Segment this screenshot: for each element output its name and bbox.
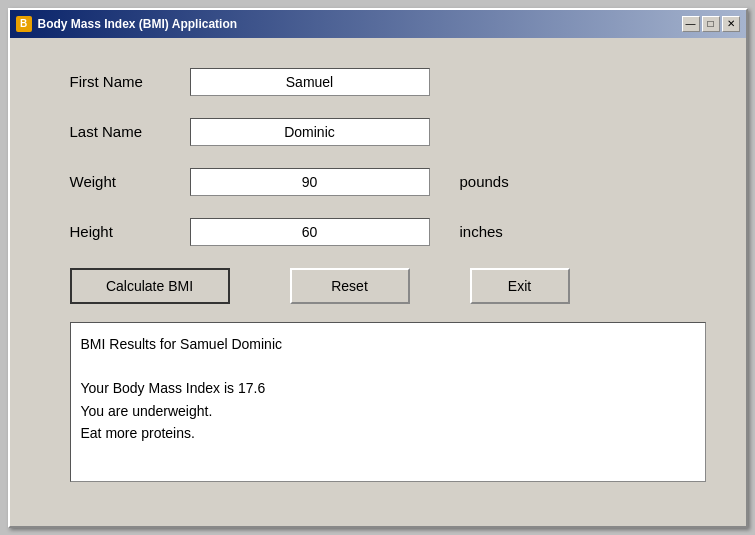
- reset-button[interactable]: Reset: [290, 268, 410, 304]
- window-controls: — □ ✕: [682, 16, 740, 32]
- results-area-wrapper: [70, 322, 706, 506]
- first-name-input[interactable]: [190, 68, 430, 96]
- weight-label: Weight: [70, 173, 190, 190]
- last-name-row: Last Name: [70, 118, 706, 146]
- close-button[interactable]: ✕: [722, 16, 740, 32]
- exit-button[interactable]: Exit: [470, 268, 570, 304]
- main-window: B Body Mass Index (BMI) Application — □ …: [8, 8, 748, 528]
- weight-input[interactable]: [190, 168, 430, 196]
- first-name-label: First Name: [70, 73, 190, 90]
- weight-unit: pounds: [460, 173, 509, 190]
- results-textarea[interactable]: [70, 322, 706, 482]
- window-content: First Name Last Name Weight pounds Heigh…: [10, 38, 746, 526]
- title-bar-left: B Body Mass Index (BMI) Application: [16, 16, 238, 32]
- maximize-button[interactable]: □: [702, 16, 720, 32]
- window-title: Body Mass Index (BMI) Application: [38, 17, 238, 31]
- calculate-bmi-button[interactable]: Calculate BMI: [70, 268, 230, 304]
- height-label: Height: [70, 223, 190, 240]
- height-input[interactable]: [190, 218, 430, 246]
- weight-row: Weight pounds: [70, 168, 706, 196]
- first-name-row: First Name: [70, 68, 706, 96]
- last-name-label: Last Name: [70, 123, 190, 140]
- height-row: Height inches: [70, 218, 706, 246]
- height-unit: inches: [460, 223, 503, 240]
- last-name-input[interactable]: [190, 118, 430, 146]
- title-bar: B Body Mass Index (BMI) Application — □ …: [10, 10, 746, 38]
- app-icon: B: [16, 16, 32, 32]
- buttons-row: Calculate BMI Reset Exit: [70, 268, 706, 304]
- minimize-button[interactable]: —: [682, 16, 700, 32]
